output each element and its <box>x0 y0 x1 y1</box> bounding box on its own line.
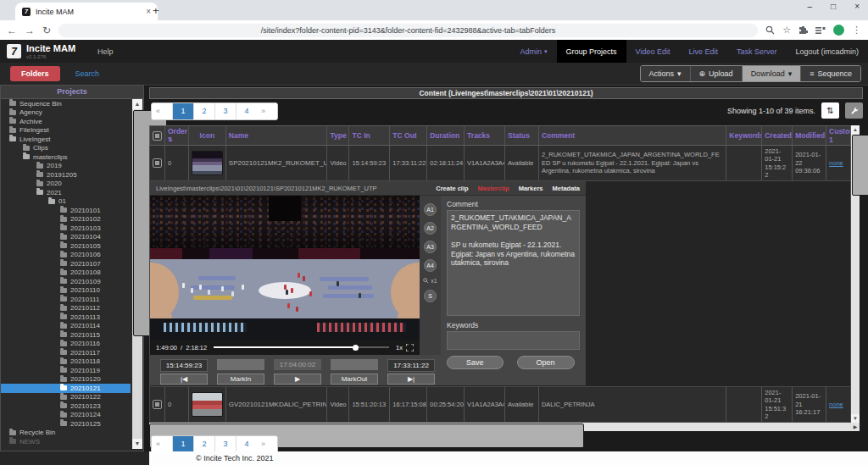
tree-item[interactable]: 20210109 <box>1 277 131 286</box>
download-button[interactable]: Download▾ <box>743 66 802 81</box>
col-status[interactable]: Status <box>505 126 539 145</box>
nav-logout[interactable]: Logout (imcadmin) <box>786 40 868 63</box>
custom1-link[interactable]: none <box>829 159 843 167</box>
new-tab-button[interactable]: + <box>153 4 159 17</box>
detail-tab[interactable]: Metadata <box>552 185 580 192</box>
sequence-button[interactable]: ≡Sequence <box>801 66 860 81</box>
save-button[interactable]: Save <box>447 356 504 369</box>
audio-channel-button[interactable]: A1 <box>424 203 437 216</box>
page-next[interactable]: » <box>257 103 277 119</box>
scroll-up-icon[interactable]: ▲ <box>851 125 860 134</box>
browser-menu-icon[interactable]: ⋮ <box>852 25 861 36</box>
page-number[interactable]: 3 <box>215 436 236 452</box>
open-button[interactable]: Open <box>517 356 575 369</box>
table-row[interactable]: 0 SP20210121MK2_RUKOMET_UTP Video 15:14:… <box>149 146 851 181</box>
sidebar-scrollbar[interactable]: ▲ ▼ <box>132 99 142 449</box>
tc-markin-field[interactable] <box>217 359 264 370</box>
col-duration[interactable]: Duration <box>427 126 465 145</box>
tab-groups-icon[interactable] <box>815 26 826 35</box>
zoom-search-icon[interactable] <box>765 25 775 35</box>
tree-item[interactable]: 20210114 <box>1 322 131 331</box>
col-tc-out[interactable]: TC Out <box>390 126 427 145</box>
window-maximize-icon[interactable]: □ <box>831 2 836 11</box>
detail-tab[interactable]: Masterclip <box>478 185 509 192</box>
col-modified[interactable]: Modified <box>793 126 826 145</box>
tree-item[interactable]: 20210106 <box>1 251 131 260</box>
play-button[interactable]: ▶ <box>274 374 321 385</box>
table-row[interactable]: 0 GV20210121MKDALIC_PETRINP Video 15:51:… <box>149 387 851 423</box>
col-keywords[interactable]: Keywords <box>726 126 762 145</box>
tree-item[interactable]: 20210123 <box>1 401 131 411</box>
nav-admin[interactable]: Admin▾ <box>510 40 556 63</box>
col-custom1[interactable]: Custom 1 <box>826 126 850 145</box>
table-scrollbar[interactable]: ▲ ▼ <box>851 125 860 423</box>
zoom-level[interactable]: x1 <box>423 278 437 284</box>
clip-thumbnail[interactable] <box>192 151 223 175</box>
page-number[interactable]: 4 <box>236 436 257 452</box>
tab-search[interactable]: Search <box>75 69 100 78</box>
nav-group-projects[interactable]: Group Projects <box>557 40 626 63</box>
keywords-input[interactable] <box>447 331 580 350</box>
col-comment[interactable]: Comment <box>539 126 726 145</box>
tree-item[interactable]: Clips <box>1 144 131 153</box>
detail-tab[interactable]: Markers <box>519 185 543 192</box>
tree-item[interactable]: 20210118 <box>1 357 131 367</box>
video-frame[interactable] <box>150 196 420 340</box>
tree-item[interactable]: Recycle Bin <box>1 429 131 438</box>
help-link[interactable]: Help <box>97 47 114 56</box>
upload-button[interactable]: ⊕Upload <box>691 66 743 81</box>
expand-row-icon[interactable] <box>153 400 162 409</box>
tree-item[interactable]: 20210115 <box>1 330 131 340</box>
go-to-end-button[interactable]: ▶| <box>387 374 435 385</box>
tree-item[interactable]: 20210121 <box>1 384 131 393</box>
go-to-start-button[interactable]: |◀ <box>160 374 208 385</box>
page-number[interactable]: 4 <box>236 103 257 119</box>
tree-item[interactable]: 20210117 <box>1 348 131 357</box>
tree-item[interactable]: 2021 <box>1 188 131 197</box>
tree-item[interactable]: 20210104 <box>1 233 131 242</box>
col-icon[interactable]: Icon <box>189 126 226 145</box>
col-type[interactable]: Type <box>327 126 349 145</box>
clip-thumbnail[interactable] <box>192 392 223 417</box>
tab-folders[interactable]: Folders <box>10 66 60 81</box>
tree-item[interactable]: 20210108 <box>1 268 131 278</box>
expand-all-icon[interactable] <box>150 126 165 145</box>
actions-button[interactable]: Actions▾ <box>641 66 691 81</box>
tree-item[interactable]: 20210107 <box>1 259 131 268</box>
audio-channel-button[interactable]: A4 <box>424 259 437 272</box>
tree-item[interactable]: 20210113 <box>1 313 131 322</box>
tree-item[interactable]: masterclips <box>1 152 131 162</box>
audio-channel-button[interactable]: A2 <box>424 222 437 235</box>
tc-markout-field[interactable] <box>331 359 378 370</box>
col-created[interactable]: Created <box>762 126 793 145</box>
tree-item[interactable]: 20210119 <box>1 366 131 375</box>
custom1-link[interactable]: none <box>829 401 843 408</box>
nav-video-edit[interactable]: Video Edit <box>626 40 680 63</box>
tree-item[interactable]: 20210124 <box>1 411 131 420</box>
tree-item[interactable]: 20210112 <box>1 304 131 313</box>
tree-item[interactable]: 20210120 <box>1 375 131 385</box>
col-tracks[interactable]: Tracks <box>465 126 505 145</box>
tree-item[interactable]: 20210125 <box>1 419 131 429</box>
tree-item[interactable]: 20210101 <box>1 206 131 215</box>
sort-button[interactable]: ⇅ <box>821 102 839 119</box>
scroll-down-icon[interactable]: ▼ <box>132 439 142 449</box>
tab-close-icon[interactable]: × <box>146 7 151 16</box>
tree-item[interactable]: 20210122 <box>1 393 131 402</box>
page-number[interactable]: 2 <box>194 436 215 452</box>
page-number[interactable]: 3 <box>215 103 236 119</box>
tree-item[interactable]: 20210111 <box>1 295 131 304</box>
collapse-row-icon[interactable] <box>153 158 162 168</box>
extensions-puzzle-icon[interactable] <box>798 25 808 35</box>
tree-item[interactable]: Sequence Bin <box>1 99 131 108</box>
reload-icon[interactable]: ↻ <box>42 25 51 36</box>
tree-item[interactable]: 20210116 <box>1 340 131 349</box>
horizontal-scrollbar[interactable]: ▶ <box>149 423 860 431</box>
settings-wrench-button[interactable] <box>845 102 863 119</box>
nav-live-edit[interactable]: Live Edit <box>679 40 727 63</box>
mark-in-button[interactable]: MarkIn <box>217 374 264 385</box>
tree-item[interactable]: 2019 <box>1 162 131 171</box>
mark-out-button[interactable]: MarkOut <box>331 374 378 385</box>
scroll-right-icon[interactable]: ▶ <box>851 423 860 431</box>
audio-channel-button[interactable]: A3 <box>424 241 437 253</box>
